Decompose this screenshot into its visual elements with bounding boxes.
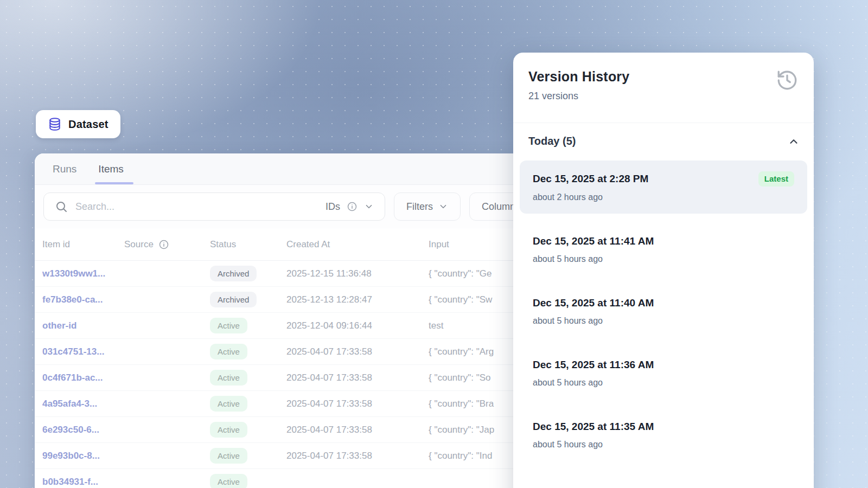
column-header-item-id: Item id xyxy=(42,239,124,250)
item-id-link[interactable]: 031c4751-13... xyxy=(42,346,124,357)
version-entry[interactable]: Dec 15, 2025 at 11:36 AM about 5 hours a… xyxy=(520,347,807,399)
active-tab-indicator xyxy=(95,182,133,184)
filters-button-label: Filters xyxy=(406,201,433,213)
column-header-status: Status xyxy=(210,239,286,250)
column-header-label: Item id xyxy=(42,239,70,250)
version-entry-top: Dec 15, 2025 at 11:35 AM xyxy=(533,420,794,434)
column-header-label: Created At xyxy=(286,239,330,250)
status-cell: Archived xyxy=(210,292,286,307)
version-date: Dec 15, 2025 at 11:40 AM xyxy=(533,296,654,310)
version-list: Dec 15, 2025 at 2:28 PM Latest about 2 h… xyxy=(513,157,814,477)
version-entry[interactable]: Dec 15, 2025 at 11:41 AM about 5 hours a… xyxy=(520,223,807,275)
item-id-link[interactable]: 99e93b0c-8... xyxy=(42,451,124,461)
history-icon xyxy=(776,69,799,92)
version-relative-time: about 2 hours ago xyxy=(533,191,794,203)
status-badge: Archived xyxy=(210,292,257,307)
search-box: IDs xyxy=(43,192,385,221)
status-badge: Archived xyxy=(210,266,257,281)
status-cell: Archived xyxy=(210,266,286,281)
status-badge: Active xyxy=(210,344,247,359)
version-date: Dec 15, 2025 at 2:28 PM xyxy=(533,172,648,186)
column-header-source: Source xyxy=(124,239,210,250)
search-icon xyxy=(55,200,68,213)
status-badge: Active xyxy=(210,318,247,333)
version-history-titles: Version History 21 versions xyxy=(528,69,629,102)
column-header-label: Status xyxy=(210,239,236,250)
status-badge: Active xyxy=(210,370,247,386)
column-header-label: Input xyxy=(429,239,449,250)
status-badge: Active xyxy=(210,474,247,488)
status-cell: Active xyxy=(210,370,286,386)
version-entry[interactable]: Dec 15, 2025 at 2:28 PM Latest about 2 h… xyxy=(520,160,807,214)
version-count: 21 versions xyxy=(528,91,629,102)
status-badge: Active xyxy=(210,396,247,412)
latest-badge: Latest xyxy=(758,171,794,187)
status-badge: Active xyxy=(210,422,247,438)
ids-dropdown[interactable]: IDs xyxy=(326,201,374,213)
panel-title: Version History xyxy=(528,69,629,85)
database-icon xyxy=(48,117,62,131)
created-at-cell: 2025-04-07 17:33:58 xyxy=(286,451,429,461)
item-id-link[interactable]: 6e293c50-6... xyxy=(42,425,124,435)
column-header-label: Source xyxy=(124,239,154,250)
version-date: Dec 15, 2025 at 11:35 AM xyxy=(533,420,654,434)
item-id-link[interactable]: b0b34931-f... xyxy=(42,477,124,487)
status-cell: Active xyxy=(210,422,286,438)
version-entry-top: Dec 15, 2025 at 11:36 AM xyxy=(533,358,794,372)
tab-items-label: Items xyxy=(98,163,123,175)
chevron-up-icon xyxy=(788,136,800,147)
created-at-cell: 2025-12-04 09:16:44 xyxy=(286,320,429,331)
version-group-label: Today (5) xyxy=(528,135,576,147)
status-cell: Active xyxy=(210,396,286,412)
version-entry-top: Dec 15, 2025 at 11:40 AM xyxy=(533,296,794,310)
tab-runs[interactable]: Runs xyxy=(49,153,80,184)
ids-dropdown-label: IDs xyxy=(326,201,340,213)
status-badge: Active xyxy=(210,448,247,464)
status-cell: Active xyxy=(210,474,286,488)
created-at-cell: 2025-12-15 11:36:48 xyxy=(286,268,429,279)
item-id-link[interactable]: fe7b38e0-ca... xyxy=(42,294,124,305)
info-icon[interactable] xyxy=(158,239,169,250)
version-date: Dec 15, 2025 at 11:36 AM xyxy=(533,358,654,372)
dataset-badge-label: Dataset xyxy=(68,118,108,131)
tab-items[interactable]: Items xyxy=(95,153,126,184)
version-relative-time: about 5 hours ago xyxy=(533,377,794,388)
version-entry[interactable]: Dec 15, 2025 at 11:40 AM about 5 hours a… xyxy=(520,285,807,337)
created-at-cell: 2025-04-07 17:33:58 xyxy=(286,373,429,383)
created-at-cell: 2025-04-07 17:33:58 xyxy=(286,399,429,409)
item-id-link[interactable]: w1330t9ww1... xyxy=(42,268,124,279)
item-id-link[interactable]: 0c4f671b-ac... xyxy=(42,373,124,383)
version-relative-time: about 5 hours ago xyxy=(533,253,794,265)
status-cell: Active xyxy=(210,448,286,464)
filters-button[interactable]: Filters xyxy=(394,192,461,221)
status-cell: Active xyxy=(210,344,286,359)
version-entry-top: Dec 15, 2025 at 11:41 AM xyxy=(533,234,794,248)
chevron-down-icon xyxy=(438,202,448,211)
version-group-toggle[interactable]: Today (5) xyxy=(513,123,814,157)
item-id-link[interactable]: 4a95afa4-3... xyxy=(42,399,124,409)
tab-runs-label: Runs xyxy=(53,163,76,175)
info-icon[interactable] xyxy=(347,201,358,212)
chevron-down-icon xyxy=(364,202,374,211)
status-cell: Active xyxy=(210,318,286,333)
version-relative-time: about 5 hours ago xyxy=(533,439,794,450)
version-entry-top: Dec 15, 2025 at 2:28 PM Latest xyxy=(533,171,794,187)
version-history-panel: Version History 21 versions Today (5) De… xyxy=(513,53,814,488)
column-header-created-at: Created At xyxy=(286,239,429,250)
created-at-cell: 2025-12-13 12:28:47 xyxy=(286,294,429,305)
created-at-cell: 2025-04-07 17:33:58 xyxy=(286,346,429,357)
version-history-header: Version History 21 versions xyxy=(513,53,814,123)
dataset-badge[interactable]: Dataset xyxy=(36,110,120,138)
item-id-link[interactable]: other-id xyxy=(42,320,124,331)
background: { "dataset_badge": { "label": "Dataset" … xyxy=(0,0,868,488)
search-input[interactable] xyxy=(75,201,318,213)
version-relative-time: about 5 hours ago xyxy=(533,315,794,326)
created-at-cell: 2025-04-07 17:33:58 xyxy=(286,425,429,435)
version-date: Dec 15, 2025 at 11:41 AM xyxy=(533,234,654,248)
version-entry[interactable]: Dec 15, 2025 at 11:35 AM about 5 hours a… xyxy=(520,409,807,461)
